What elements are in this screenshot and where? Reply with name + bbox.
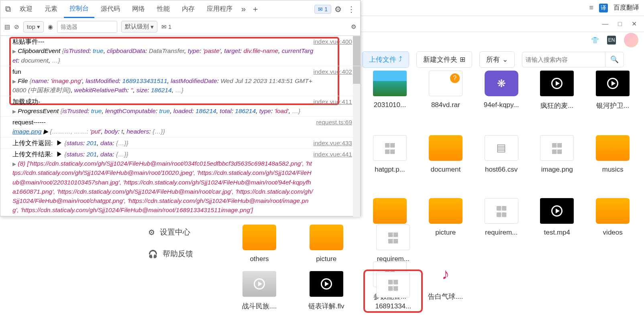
console-sidebar-toggle-icon[interactable]: ▤ [4, 23, 10, 30]
tab-application[interactable]: 应用程序 [201, 1, 238, 17]
file-label: 链表详解.flv [308, 302, 344, 311]
devtools-more-icon[interactable]: ⋮ [345, 2, 358, 16]
file-item[interactable]: videos [587, 198, 639, 250]
file-toolbar: 上传文件 ⤴ 新建文件夹 ⊞ 所有 ⌄ 🔍 [359, 50, 644, 69]
file-item[interactable]: ▦▦▦▦requirem... [365, 225, 421, 263]
translate-icon[interactable]: 译 [599, 4, 608, 12]
tab-console[interactable]: 控制台 [64, 0, 94, 18]
file-item[interactable]: ♪告白气球.... [420, 261, 472, 315]
log-row[interactable]: 加载成功- ▶ ProgressEvent {isTrusted: true, … [0, 96, 360, 117]
translate-label[interactable]: 百度翻译 [613, 4, 639, 12]
folder-plus-icon: ⊞ [460, 55, 465, 64]
log-source-link[interactable]: request.ts:48 [316, 217, 357, 217]
tab-network[interactable]: 网络 [126, 1, 151, 17]
file-item[interactable]: ❋94ef-kqpy... [475, 71, 528, 124]
more-tabs-icon[interactable]: » [239, 2, 248, 16]
live-expression-icon[interactable]: ◉ [48, 23, 53, 30]
file-item[interactable]: document [420, 135, 472, 187]
file-item[interactable]: 疯狂的麦... [531, 71, 583, 124]
tab-sources[interactable]: 源代码 [95, 1, 126, 17]
search-icon: 🔍 [610, 56, 619, 63]
file-item[interactable]: test.mp4 [531, 198, 583, 250]
upload-button[interactable]: 上传文件 ⤴ [362, 51, 409, 68]
avatar[interactable] [624, 33, 638, 47]
file-item[interactable]: ▤host66.csv [475, 135, 528, 187]
file-item[interactable]: musics [587, 135, 639, 187]
app-top-bar: ≡ 译 百度翻译 [359, 0, 644, 16]
console-filter-bar: ▤ ⊘ top ▾ ◉ 默认级别 ▾ ✉ 1 ⚙ [0, 18, 360, 36]
file-label: 94ef-kqpy... [484, 101, 519, 109]
new-folder-button[interactable]: 新建文件夹 ⊞ [416, 51, 472, 68]
log-row[interactable]: 粘贴事件--- ▶ ClipboardEvent {isTrusted: tru… [0, 36, 360, 66]
list-icon[interactable]: ≡ [589, 4, 593, 12]
tab-memory[interactable]: 内存 [176, 1, 200, 17]
log-source-link[interactable]: index.vue:441 [313, 150, 357, 215]
log-source-link[interactable]: request.ts:69 [316, 117, 357, 136]
close-icon[interactable]: ✕ [632, 20, 637, 28]
issues-button[interactable]: ✉ 1 [314, 5, 331, 14]
tab-performance[interactable]: 性能 [151, 1, 175, 17]
file-item[interactable]: ▦▦▦▦requirem... [475, 198, 528, 250]
file-label: requirem... [377, 255, 410, 263]
file-label: image.png [541, 166, 573, 174]
sidebar-item-feedback[interactable]: 🎧 帮助反馈 [147, 243, 227, 265]
log-source-link[interactable]: index.vue:411 [313, 97, 357, 116]
file-label: hatgpt.p... [375, 166, 405, 174]
file-label: 2031010... [374, 101, 406, 109]
window-controls: — □ ✕ [359, 16, 644, 32]
file-item[interactable]: ▦▦▦▦hatgpt.p... [364, 135, 416, 187]
maximize-icon[interactable]: □ [618, 20, 622, 28]
log-row[interactable]: apilimit--- ▶ {resources: {…}, rate: {…}… [0, 216, 360, 217]
filter-dropdown[interactable]: 所有 ⌄ [479, 51, 515, 68]
file-item[interactable]: ▦▦▦▦image.png [531, 135, 583, 187]
user-bar: 👕 EN [359, 32, 644, 48]
tab-welcome[interactable]: 欢迎 [14, 1, 38, 17]
chevron-down-icon: ⌄ [502, 55, 508, 64]
log-source-link[interactable]: index.vue:400 [313, 37, 357, 65]
file-item[interactable]: picture [420, 198, 472, 250]
file-label: 疯狂的麦... [540, 101, 573, 110]
file-label: 战斗民族.... [242, 302, 277, 311]
file-item[interactable]: 战斗民族.... [231, 271, 287, 311]
log-row[interactable]: 上传文件结果: ▶ {status: 201, data: {…}} ▶ (8)… [0, 148, 360, 216]
devtools-settings-icon[interactable]: ⚙ [332, 2, 344, 16]
search-input[interactable] [522, 52, 605, 67]
file-item[interactable]: others [231, 225, 287, 263]
minimize-icon[interactable]: — [602, 20, 608, 28]
language-icon[interactable]: EN [607, 36, 616, 45]
file-item[interactable]: 884vd.rar [420, 71, 472, 124]
clear-console-icon[interactable]: ⊘ [14, 23, 19, 30]
device-toolbar-icon[interactable]: ⧉ [3, 2, 13, 16]
app-sidebar: ⚙ 设置中心 🎧 帮助反馈 [147, 221, 227, 265]
console-settings-icon[interactable]: ⚙ [351, 23, 356, 30]
add-tab-icon[interactable]: ＋ [249, 1, 262, 17]
file-item[interactable]: 链表详解.flv [298, 271, 355, 311]
sidebar-item-settings[interactable]: ⚙ 设置中心 [147, 221, 227, 243]
log-row[interactable]: fun ▶ File {name: 'image.png', lastModif… [0, 66, 360, 96]
log-level-selector[interactable]: 默认级别 ▾ [121, 21, 157, 32]
file-label: document [430, 166, 461, 174]
file-item[interactable]: ▦▦▦▦16891334... [365, 271, 421, 311]
log-source-link[interactable]: index.vue:402 [313, 67, 357, 95]
log-row[interactable]: 上传文件返回: ▶ {status: 201, data: {…}} index… [0, 137, 360, 148]
tab-elements[interactable]: 元素 [39, 1, 63, 17]
file-item[interactable]: 2031010... [364, 71, 416, 124]
file-label: others [250, 255, 269, 263]
search-button[interactable]: 🔍 [605, 52, 624, 67]
log-array: (8) ['https://cdn.staticaly.com/gh/Sjj10… [12, 160, 313, 213]
issues-chip[interactable]: ✉ 1 [161, 23, 172, 30]
file-label: musics [602, 166, 624, 174]
context-selector[interactable]: top ▾ [23, 21, 44, 32]
file-item[interactable]: picture [298, 225, 355, 263]
log-source-link[interactable]: index.vue:433 [313, 138, 357, 148]
log-row[interactable]: request------ image.png ▶ {………, ……: 'put… [0, 116, 360, 137]
search-box: 🔍 [522, 52, 610, 67]
console-filter-input[interactable] [57, 21, 117, 33]
devtools-window: ⧉ 欢迎 元素 控制台 源代码 网络 性能 内存 应用程序 » ＋ ✉ 1 ⚙ … [0, 0, 361, 217]
file-label: videos [603, 229, 623, 237]
file-item[interactable]: 银河护卫... [587, 71, 639, 124]
console-body[interactable]: 粘贴事件--- ▶ ClipboardEvent {isTrusted: tru… [0, 36, 360, 217]
file-label: host66.csv [485, 166, 518, 174]
shirt-icon[interactable]: 👕 [591, 36, 599, 44]
file-label: picture [435, 229, 456, 237]
